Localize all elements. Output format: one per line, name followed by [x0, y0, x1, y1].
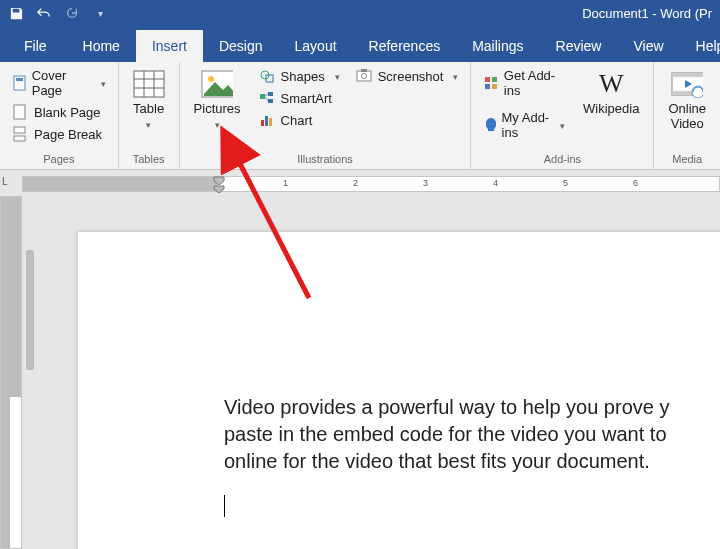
tab-file[interactable]: File	[4, 30, 67, 62]
svg-rect-2	[14, 105, 25, 119]
online-video-icon	[671, 68, 703, 100]
chart-label: Chart	[281, 113, 313, 128]
svg-rect-28	[492, 84, 497, 89]
my-addins-button[interactable]: My Add-ins	[479, 108, 569, 142]
group-illustrations: Pictures▾ Shapes SmartArt Chart	[180, 62, 472, 169]
undo-icon[interactable]	[34, 3, 54, 23]
blank-page-button[interactable]: Blank Page	[8, 102, 110, 122]
svg-rect-22	[357, 71, 371, 81]
blank-page-label: Blank Page	[34, 105, 101, 120]
titlebar: ▾ Document1 - Word (Pr	[0, 0, 720, 26]
svg-rect-15	[268, 92, 273, 96]
smartart-button[interactable]: SmartArt	[255, 88, 344, 108]
svg-rect-5	[134, 71, 164, 97]
doc-line-3: online for the video that best fits your…	[224, 448, 720, 475]
document-text: Video provides a powerful way to help yo…	[224, 394, 720, 518]
save-icon[interactable]	[6, 3, 26, 23]
pictures-label: Pictures	[194, 101, 241, 116]
page-break-label: Page Break	[34, 127, 102, 142]
redo-icon[interactable]	[62, 3, 82, 23]
cover-page-button[interactable]: Cover Page	[8, 66, 110, 100]
vertical-scrollbar[interactable]	[22, 196, 30, 549]
svg-rect-26	[492, 77, 497, 82]
shapes-button[interactable]: Shapes	[255, 66, 344, 86]
group-illustrations-label: Illustrations	[188, 151, 463, 167]
doc-line-2: paste in the embed code for the video yo…	[224, 421, 720, 448]
table-icon	[133, 68, 165, 100]
wikipedia-label: Wikipedia	[583, 102, 639, 117]
group-media-label: Media	[662, 151, 712, 167]
svg-rect-19	[261, 120, 264, 126]
group-addins: Get Add-ins My Add-ins W Wikipedia Add-i…	[471, 62, 654, 169]
tab-mailings[interactable]: Mailings	[456, 30, 539, 62]
table-label: Table	[133, 101, 164, 116]
get-addins-label: Get Add-ins	[504, 68, 565, 98]
svg-rect-4	[14, 136, 25, 141]
svg-rect-29	[488, 127, 494, 131]
wikipedia-button[interactable]: W Wikipedia	[577, 66, 645, 119]
chart-button[interactable]: Chart	[255, 110, 344, 130]
svg-point-11	[208, 76, 214, 82]
svg-rect-31	[672, 73, 703, 77]
group-media: Online Video Media	[654, 62, 720, 169]
tab-layout[interactable]: Layout	[279, 30, 353, 62]
window-title: Document1 - Word (Pr	[582, 6, 714, 21]
svg-rect-27	[485, 84, 490, 89]
pictures-button[interactable]: Pictures▾	[188, 66, 247, 134]
tab-insert[interactable]: Insert	[136, 30, 203, 62]
tab-home[interactable]: Home	[67, 30, 136, 62]
svg-rect-1	[16, 78, 23, 81]
quick-access-toolbar: ▾	[6, 3, 110, 23]
online-video-button[interactable]: Online Video	[662, 66, 712, 134]
horizontal-ruler-area: L 2 1 1 2 3 4 5 6	[0, 170, 720, 196]
group-pages-label: Pages	[8, 151, 110, 167]
doc-line-1: Video provides a powerful way to help yo…	[224, 394, 720, 421]
ribbon-tabs: File Home Insert Design Layout Reference…	[0, 26, 720, 62]
text-cursor	[224, 495, 225, 517]
table-button[interactable]: Table▾	[127, 66, 171, 134]
svg-rect-16	[268, 99, 273, 103]
cover-page-label: Cover Page	[32, 68, 91, 98]
group-pages: Cover Page Blank Page Page Break Pages	[0, 62, 119, 169]
tab-view[interactable]: View	[617, 30, 679, 62]
group-addins-label: Add-ins	[479, 151, 645, 167]
vertical-ruler[interactable]: 2 1	[0, 196, 22, 549]
svg-rect-21	[269, 118, 272, 126]
qat-customize-icon[interactable]: ▾	[90, 3, 110, 23]
tab-help[interactable]: Help	[680, 30, 720, 62]
wikipedia-icon: W	[595, 68, 627, 100]
shapes-label: Shapes	[281, 69, 325, 84]
group-tables: Table▾ Tables	[119, 62, 180, 169]
group-tables-label: Tables	[127, 151, 171, 167]
smartart-label: SmartArt	[281, 91, 332, 106]
pictures-icon	[201, 68, 233, 100]
page-break-button[interactable]: Page Break	[8, 124, 110, 144]
online-video-label: Online Video	[668, 102, 706, 132]
document-page[interactable]: Video provides a powerful way to help yo…	[78, 232, 720, 549]
horizontal-ruler[interactable]: 2 1 1 2 3 4 5 6	[22, 176, 720, 192]
svg-rect-20	[265, 116, 268, 126]
document-area: 2 1 Video provides a powerful way to hel…	[0, 196, 720, 549]
tab-review[interactable]: Review	[540, 30, 618, 62]
svg-line-17	[265, 94, 268, 96]
svg-rect-25	[485, 77, 490, 82]
screenshot-label: Screenshot	[378, 69, 444, 84]
svg-line-18	[265, 97, 268, 101]
tab-references[interactable]: References	[353, 30, 457, 62]
my-addins-label: My Add-ins	[502, 110, 551, 140]
screenshot-button[interactable]: Screenshot	[352, 66, 463, 86]
ribbon: Cover Page Blank Page Page Break Pages	[0, 62, 720, 170]
tab-design[interactable]: Design	[203, 30, 279, 62]
svg-rect-24	[361, 69, 367, 72]
get-addins-button[interactable]: Get Add-ins	[479, 66, 569, 100]
ruler-corner-label: L	[2, 176, 8, 187]
svg-rect-3	[14, 127, 25, 133]
svg-rect-14	[260, 94, 265, 99]
